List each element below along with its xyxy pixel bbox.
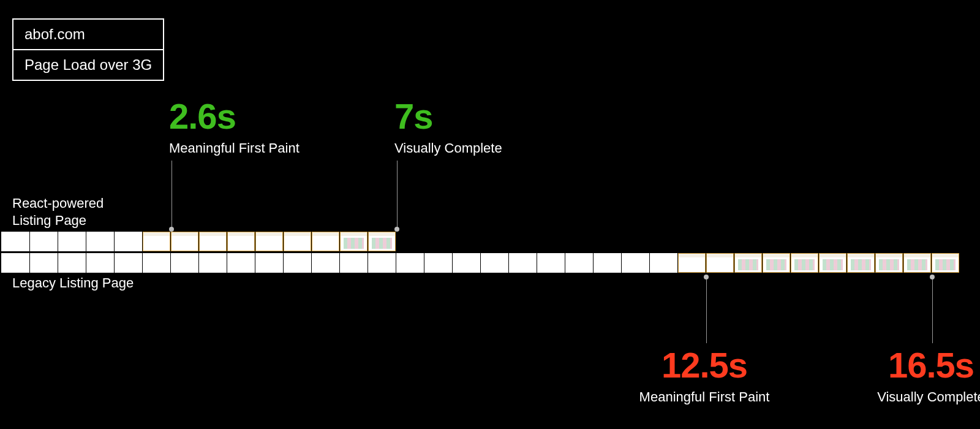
legacy-mfp-dot (704, 275, 709, 279)
filmstrip-frame (931, 232, 959, 251)
react-vc-dot (394, 227, 399, 232)
filmstrip-frame (677, 232, 706, 251)
filmstrip-frame (706, 253, 734, 273)
filmstrip-frame (339, 253, 368, 273)
filmstrip-frame (818, 232, 846, 251)
filmstrip-frame (706, 232, 734, 251)
filmstrip-frame (255, 253, 283, 273)
filmstrip-frame (58, 232, 86, 251)
legacy-row-label: Legacy Listing Page (12, 275, 134, 292)
filmstrip-frame (311, 232, 339, 251)
title-box: abof.com Page Load over 3G (12, 18, 164, 81)
filmstrip-frame (1, 253, 29, 273)
filmstrip-frame (480, 232, 508, 251)
legacy-vc-label: Visually Complete (845, 389, 980, 405)
filmstrip-frame (452, 232, 480, 251)
legacy-mfp-label: Meaningful First Paint (612, 389, 796, 405)
filmstrip-frame (649, 232, 677, 251)
legacy-vc-value: 16.5s (845, 344, 980, 385)
filmstrip-frame (846, 232, 875, 251)
filmstrip-frame (931, 253, 959, 273)
filmstrip-frame (170, 253, 198, 273)
filmstrip-frame (677, 253, 706, 273)
filmstrip-frame (339, 232, 368, 251)
legacy-vc-connector (932, 277, 933, 343)
filmstrip-frame (424, 253, 452, 273)
filmstrip-frame (283, 253, 311, 273)
filmstrip-frame (227, 253, 255, 273)
filmstrip-frame (565, 232, 593, 251)
filmstrip-frame (593, 232, 621, 251)
react-mfp-connector (172, 161, 172, 228)
filmstrip-frame (198, 253, 227, 273)
filmstrip-frame (396, 253, 424, 273)
filmstrip-frame (283, 232, 311, 251)
legacy-mfp-metric: 12.5s Meaningful First Paint (612, 344, 796, 405)
legacy-vc-metric: 16.5s Visually Complete (845, 344, 980, 405)
filmstrip-frame (114, 232, 142, 251)
react-mfp-metric: 2.6s Meaningful First Paint (169, 96, 300, 156)
legacy-mfp-value: 12.5s (612, 344, 796, 385)
react-vc-metric: 7s Visually Complete (394, 96, 502, 156)
react-row-label: React-powered Listing Page (12, 195, 104, 229)
filmstrip-frame (142, 232, 170, 251)
filmstrip-frame (734, 232, 762, 251)
filmstrip-frame (142, 253, 170, 273)
filmstrip-frame (1, 232, 29, 251)
filmstrip-frame (537, 253, 565, 273)
filmstrip-frame (424, 232, 452, 251)
filmstrip-frame (875, 232, 903, 251)
react-mfp-dot (169, 227, 174, 232)
filmstrip-frame (368, 232, 396, 251)
filmstrip-frame (875, 253, 903, 273)
filmstrip-frame (621, 232, 649, 251)
react-vc-value: 7s (394, 96, 502, 137)
filmstrip-frame (114, 253, 142, 273)
filmstrip-frame (58, 253, 86, 273)
legacy-vc-dot (930, 275, 935, 279)
filmstrip-frame (508, 253, 537, 273)
filmstrip-frame (790, 253, 818, 273)
filmstrip-frame (170, 232, 198, 251)
react-filmstrip (1, 232, 959, 251)
title-context: Page Load over 3G (13, 49, 163, 80)
filmstrip-frame (198, 232, 227, 251)
filmstrip-frame (903, 253, 931, 273)
filmstrip-frame (311, 253, 339, 273)
filmstrip-frame (762, 253, 790, 273)
filmstrip-frame (734, 253, 762, 273)
filmstrip-frame (649, 253, 677, 273)
filmstrip-frame (537, 232, 565, 251)
filmstrip-frame (29, 253, 58, 273)
filmstrip-frame (255, 232, 283, 251)
filmstrip-frame (593, 253, 621, 273)
filmstrip-frame (227, 232, 255, 251)
react-mfp-label: Meaningful First Paint (169, 140, 300, 156)
filmstrip-frame (565, 253, 593, 273)
react-mfp-value: 2.6s (169, 96, 300, 137)
react-vc-connector (397, 161, 398, 228)
react-vc-label: Visually Complete (394, 140, 502, 156)
filmstrip-frame (762, 232, 790, 251)
filmstrip-frame (86, 253, 114, 273)
filmstrip-frame (846, 253, 875, 273)
filmstrip-frame (480, 253, 508, 273)
filmstrip-frame (452, 253, 480, 273)
filmstrip-frame (621, 253, 649, 273)
legacy-mfp-connector (706, 277, 707, 343)
filmstrip-frame (508, 232, 537, 251)
filmstrip-frame (903, 232, 931, 251)
filmstrip-frame (818, 253, 846, 273)
legacy-filmstrip (1, 253, 959, 273)
title-site: abof.com (13, 20, 163, 49)
filmstrip-frame (86, 232, 114, 251)
filmstrip-frame (368, 253, 396, 273)
filmstrip-frame (396, 232, 424, 251)
filmstrip-frame (29, 232, 58, 251)
filmstrip-frame (790, 232, 818, 251)
